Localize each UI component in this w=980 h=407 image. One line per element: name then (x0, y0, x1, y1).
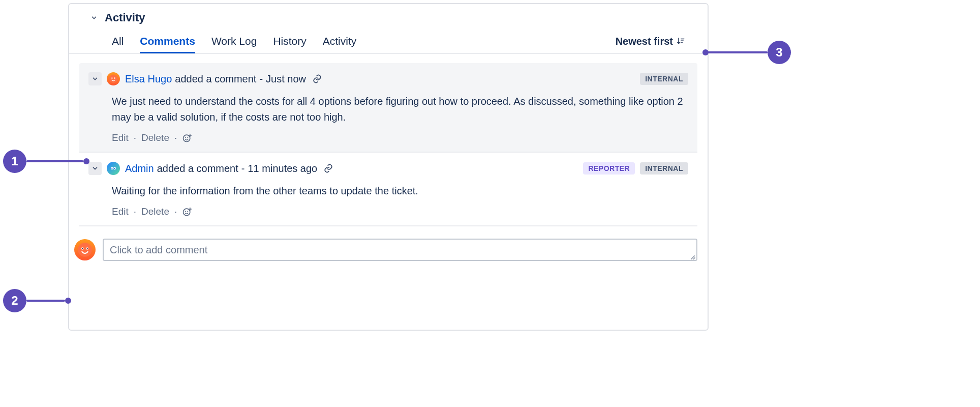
tab-activity[interactable]: Activity (323, 30, 357, 53)
separator-dot: · (134, 206, 136, 217)
reaction-icon (182, 207, 192, 217)
face-icon (109, 74, 118, 83)
svg-point-14 (114, 168, 115, 169)
tab-comments[interactable]: Comments (140, 30, 195, 53)
avatar (107, 162, 120, 175)
separator-dot: · (174, 206, 177, 217)
sort-label: Newest first (616, 36, 673, 47)
annotation-dot (65, 298, 71, 304)
owl-icon (109, 164, 118, 173)
annotation-line (26, 160, 83, 162)
activity-tabs: All Comments Work Log History Activity (112, 30, 356, 53)
sort-desc-icon (676, 37, 685, 46)
add-reaction-button[interactable] (182, 207, 192, 217)
activity-header: Activity (69, 11, 708, 30)
edit-button[interactable]: Edit (112, 206, 129, 217)
permalink-button[interactable] (312, 74, 322, 84)
comment-header: Admin added a comment - 11 minutes ago R… (88, 162, 688, 175)
svg-point-16 (185, 211, 186, 212)
comment-actions: Edit · Delete · (88, 206, 688, 217)
edit-button[interactable]: Edit (112, 132, 129, 143)
activity-panel: Activity All Comments Work Log History A… (68, 3, 709, 331)
comment-body: We just need to understand the costs for… (88, 85, 688, 132)
delete-button[interactable]: Delete (141, 206, 169, 217)
annotation-dot (702, 49, 709, 55)
meta-separator: - (241, 163, 245, 175)
comment-item: Admin added a comment - 11 minutes ago R… (79, 153, 697, 226)
comment-body: Waiting for the information from the oth… (88, 175, 688, 206)
svg-point-20 (78, 243, 92, 257)
current-user-avatar (74, 239, 96, 260)
comment-meta: Elsa Hugo added a comment - Just now (125, 73, 322, 85)
permalink-button[interactable] (323, 163, 333, 173)
svg-point-23 (82, 248, 83, 249)
add-reaction-button[interactable] (182, 133, 192, 143)
delete-button[interactable]: Delete (141, 132, 169, 143)
svg-point-17 (187, 211, 188, 212)
annotation-line (708, 51, 768, 53)
svg-point-6 (183, 135, 190, 141)
separator-dot: · (134, 132, 136, 143)
comment-header: Elsa Hugo added a comment - Just now INT… (88, 72, 688, 85)
annotation-dot (83, 158, 89, 164)
annotation-callout-3: 3 (768, 41, 791, 64)
add-comment-row: Click to add comment (69, 226, 708, 261)
author-link[interactable]: Admin (125, 163, 154, 175)
badge-reporter: REPORTER (583, 162, 635, 175)
comment-badges: REPORTER INTERNAL (583, 162, 688, 175)
chevron-down-icon (91, 75, 99, 82)
chevron-down-icon (91, 165, 99, 172)
reaction-icon (182, 133, 192, 143)
tab-all[interactable]: All (112, 30, 124, 53)
annotation-callout-1: 1 (3, 150, 26, 173)
add-comment-input[interactable]: Click to add comment (103, 239, 697, 261)
badge-internal: INTERNAL (640, 73, 688, 85)
svg-point-4 (111, 77, 112, 78)
svg-point-15 (183, 209, 190, 215)
annotation-callout-2: 2 (3, 289, 26, 312)
resize-handle-icon[interactable] (689, 253, 695, 259)
avatar (107, 72, 120, 85)
annotation-line (26, 300, 65, 302)
meta-separator: - (259, 73, 263, 85)
link-icon (323, 163, 333, 173)
section-title: Activity (105, 11, 145, 24)
svg-point-24 (87, 248, 88, 249)
badge-internal: INTERNAL (640, 162, 688, 175)
comment-actions: Edit · Delete · (88, 132, 688, 143)
sort-toggle[interactable]: Newest first (616, 36, 688, 47)
svg-point-13 (111, 168, 112, 169)
tab-history[interactable]: History (273, 30, 306, 53)
svg-point-7 (185, 137, 186, 138)
collapse-comment-button[interactable] (88, 162, 102, 175)
activity-tabs-row: All Comments Work Log History Activity N… (69, 30, 708, 54)
collapse-comment-button[interactable] (88, 72, 102, 85)
face-icon (77, 242, 93, 257)
svg-point-3 (109, 75, 118, 83)
tab-worklog[interactable]: Work Log (211, 30, 257, 53)
comment-timestamp: 11 minutes ago (248, 163, 317, 175)
collapse-section-button[interactable] (88, 12, 100, 23)
link-icon (312, 74, 322, 84)
svg-point-5 (114, 77, 115, 78)
svg-point-8 (187, 137, 188, 138)
comment-meta: Admin added a comment - 11 minutes ago (125, 163, 333, 175)
chevron-down-icon (90, 14, 98, 21)
author-link[interactable]: Elsa Hugo (125, 73, 172, 85)
comment-badges: INTERNAL (640, 73, 688, 85)
comment-timestamp: Just now (266, 73, 306, 85)
comment-action-text: added a comment (175, 73, 256, 85)
comment-item: Elsa Hugo added a comment - Just now INT… (79, 63, 697, 153)
comment-action-text: added a comment (157, 163, 238, 175)
separator-dot: · (174, 132, 177, 143)
add-comment-placeholder: Click to add comment (110, 244, 207, 256)
